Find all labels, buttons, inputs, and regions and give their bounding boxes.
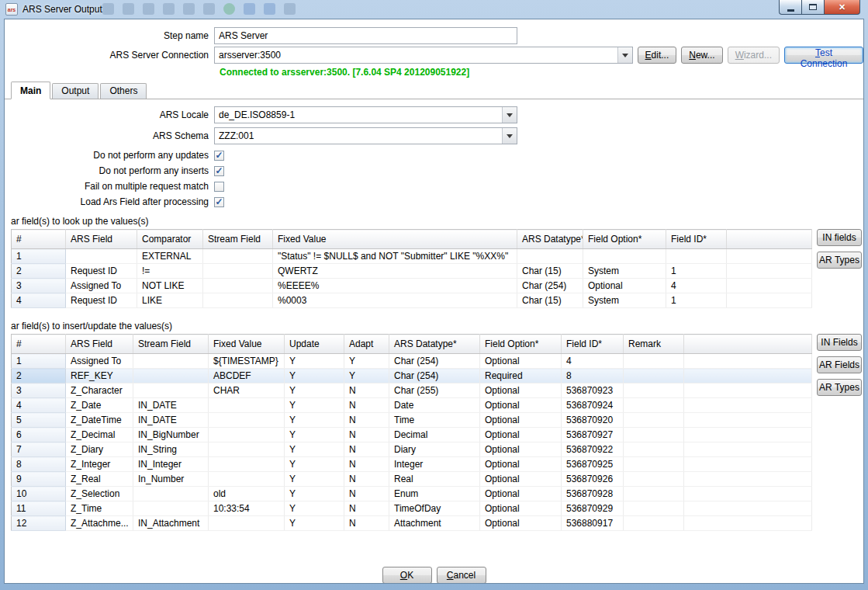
table-cell[interactable]: N <box>344 472 389 487</box>
table-row[interactable]: 3Z_CharacterCHARYNChar (255)Optional5368… <box>12 384 812 398</box>
table-cell[interactable]: Time <box>389 413 480 428</box>
maximize-button[interactable] <box>801 0 824 15</box>
table-row[interactable]: 5Z_DateTimeIN_DATEYNTimeOptional53687092… <box>12 413 812 428</box>
table-cell[interactable]: Optional <box>480 413 562 428</box>
table-cell[interactable] <box>684 472 812 487</box>
table-cell[interactable]: N <box>344 502 389 516</box>
table-cell[interactable]: Assigned To <box>66 279 137 293</box>
table-cell[interactable] <box>133 369 209 384</box>
table-cell[interactable]: IN_Integer <box>133 457 209 472</box>
table-cell[interactable]: Z_Diary <box>66 442 133 457</box>
table-cell[interactable] <box>624 398 684 413</box>
table-cell[interactable]: 4 <box>562 354 624 369</box>
table-cell[interactable] <box>624 384 684 398</box>
column-header[interactable]: Stream Field <box>133 335 209 354</box>
table-cell[interactable] <box>684 442 812 457</box>
table-cell[interactable]: 536870920 <box>562 413 624 428</box>
table-cell[interactable] <box>209 442 285 457</box>
ars-schema-combobox[interactable]: ZZZ:001 <box>214 127 517 144</box>
table-cell[interactable] <box>684 354 812 369</box>
table-cell[interactable] <box>209 413 285 428</box>
table-cell[interactable] <box>209 516 285 531</box>
column-header[interactable]: Adapt <box>344 335 389 354</box>
table-cell[interactable] <box>209 472 285 487</box>
table-cell[interactable] <box>684 428 812 442</box>
table-cell[interactable]: Char (255) <box>389 384 480 398</box>
table-cell[interactable]: Y <box>285 413 344 428</box>
table-cell[interactable]: old <box>209 487 285 502</box>
table-cell[interactable]: Optional <box>583 279 666 293</box>
checkbox[interactable] <box>214 182 224 192</box>
table-cell[interactable] <box>624 428 684 442</box>
table-cell[interactable]: Y <box>285 369 344 384</box>
table-row[interactable]: 11Z_Time10:33:54YNTimeOfDayOptional53687… <box>12 502 812 516</box>
table-cell[interactable]: Optional <box>480 457 562 472</box>
table-cell[interactable]: TimeOfDay <box>389 502 480 516</box>
row-number-cell[interactable]: 5 <box>12 413 66 428</box>
table-cell[interactable]: Y <box>344 354 389 369</box>
table-cell[interactable] <box>203 293 273 308</box>
table-row[interactable]: 6Z_DecimalIN_BigNumberYNDecimalOptional5… <box>12 428 812 442</box>
checkbox[interactable]: ✓ <box>214 166 224 176</box>
column-header[interactable]: Fixed Value <box>209 335 285 354</box>
table-cell[interactable]: Z_DateTime <box>66 413 133 428</box>
table-cell[interactable]: Y <box>285 457 344 472</box>
table-cell[interactable]: Optional <box>480 442 562 457</box>
table-cell[interactable]: Optional <box>480 428 562 442</box>
row-number-cell[interactable]: 12 <box>12 516 66 531</box>
connection-combobox[interactable]: arsserver:3500 <box>214 47 633 64</box>
chevron-down-icon[interactable] <box>617 47 632 63</box>
table-cell[interactable]: Decimal <box>389 428 480 442</box>
table-cell[interactable]: CHAR <box>209 384 285 398</box>
row-number-cell[interactable]: 9 <box>12 472 66 487</box>
table-cell[interactable]: IN_Attachment <box>133 516 209 531</box>
table-cell[interactable] <box>684 384 812 398</box>
table-cell[interactable]: N <box>344 442 389 457</box>
table-cell[interactable]: EXTERNAL <box>137 249 203 264</box>
table-row[interactable]: 2Request ID!=QWERTZChar (15)System1 <box>12 264 812 279</box>
table-cell[interactable]: Z_Date <box>66 398 133 413</box>
table-row[interactable]: 4Request IDLIKE%0003Char (15)System1 <box>12 293 812 308</box>
row-number-cell[interactable]: 3 <box>12 384 66 398</box>
table-cell[interactable]: Y <box>285 472 344 487</box>
table-cell[interactable]: Z_Real <box>66 472 133 487</box>
table-cell[interactable]: LIKE <box>137 293 203 308</box>
table-row[interactable]: 3Assigned ToNOT LIKE%EEEE%Char (254)Opti… <box>12 279 812 293</box>
table-cell[interactable]: Z_Decimal <box>66 428 133 442</box>
table-cell[interactable]: 536870927 <box>562 428 624 442</box>
table-cell[interactable]: REF_KEY <box>66 369 133 384</box>
table-cell[interactable]: Attachment <box>389 516 480 531</box>
table-cell[interactable]: Optional <box>480 516 562 531</box>
table-cell[interactable]: ${TIMESTAMP} <box>209 354 285 369</box>
table-cell[interactable]: Enum <box>389 487 480 502</box>
table-row[interactable]: 2REF_KEYABCDEFYYChar (254)Required8 <box>12 369 812 384</box>
table-cell[interactable]: Y <box>285 398 344 413</box>
table-cell[interactable] <box>624 487 684 502</box>
table-cell[interactable]: Optional <box>480 472 562 487</box>
row-number-cell[interactable]: 1 <box>12 249 66 264</box>
table-cell[interactable] <box>624 442 684 457</box>
table-cell[interactable]: Char (254) <box>389 354 480 369</box>
table-cell[interactable] <box>133 502 209 516</box>
table-cell[interactable]: 536870923 <box>562 384 624 398</box>
checkbox[interactable]: ✓ <box>214 151 224 161</box>
table-cell[interactable]: 536870922 <box>562 442 624 457</box>
row-number-cell[interactable]: 7 <box>12 442 66 457</box>
column-header[interactable]: Update <box>285 335 344 354</box>
table-cell[interactable] <box>66 249 137 264</box>
step-name-input[interactable] <box>214 27 517 44</box>
table-cell[interactable] <box>624 472 684 487</box>
table-cell[interactable]: 536870926 <box>562 472 624 487</box>
table-cell[interactable]: Z_Selection <box>66 487 133 502</box>
table-cell[interactable]: N <box>344 428 389 442</box>
column-header[interactable] <box>684 335 812 354</box>
table-cell[interactable] <box>684 502 812 516</box>
table-cell[interactable] <box>209 398 285 413</box>
table-cell[interactable]: 10:33:54 <box>209 502 285 516</box>
table-cell[interactable]: N <box>344 516 389 531</box>
table-cell[interactable]: System <box>583 264 666 279</box>
table-cell[interactable]: N <box>344 413 389 428</box>
row-number-cell[interactable]: 4 <box>12 398 66 413</box>
chevron-down-icon[interactable] <box>502 107 517 123</box>
column-header[interactable]: # <box>12 230 66 249</box>
